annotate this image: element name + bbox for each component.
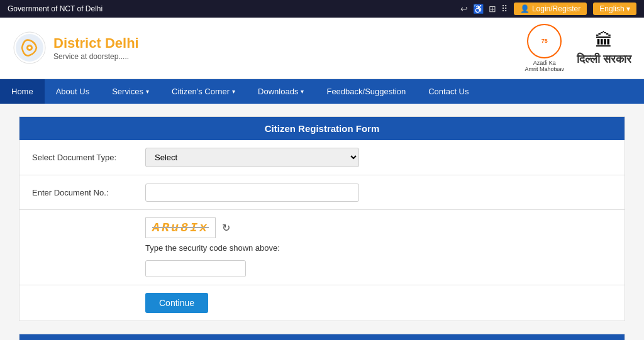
captcha-image: ARu8Ix xyxy=(145,217,216,238)
nav-services[interactable]: Services ▾ xyxy=(101,79,160,104)
user-icon: 👤 xyxy=(520,4,530,13)
registration-form-card: Citizen Registration Form Select Documen… xyxy=(19,116,625,321)
logo-title: District Delhi xyxy=(53,35,139,52)
services-arrow: ▾ xyxy=(146,88,149,95)
captcha-image-row: ARu8Ix ↻ xyxy=(145,217,359,238)
captcha-area: ARu8Ix ↻ Type the security code shown ab… xyxy=(145,217,359,277)
nav-about-us[interactable]: About Us xyxy=(45,79,101,104)
citizens-arrow: ▾ xyxy=(232,88,235,95)
sitemap-icon[interactable]: ⊞ xyxy=(489,4,496,14)
nav-home[interactable]: Home xyxy=(0,79,45,104)
guidelines-title: Guidelines for online registration: xyxy=(19,334,625,340)
wheelchair-icon[interactable]: ♿ xyxy=(473,4,484,14)
top-bar-right: ↩ ♿ ⊞ ⠿ 👤 Login/Register English ▾ xyxy=(460,3,636,15)
language-button[interactable]: English ▾ xyxy=(593,3,636,15)
top-bar: Government of NCT of Delhi ↩ ♿ ⊞ ⠿ 👤 Log… xyxy=(0,0,644,18)
doc-type-row: Select Document Type: Select Aadhaar Car… xyxy=(19,140,625,175)
azadi-badge: 75 Azadi KaAmrit Mahotsav xyxy=(525,24,564,72)
grid-icon[interactable]: ⠿ xyxy=(501,4,508,14)
doc-type-label: Select Document Type: xyxy=(32,153,145,162)
captcha-instruction: Type the security code shown above: xyxy=(145,243,359,253)
doc-type-control: Select Aadhaar Card PAN Card Voter ID Pa… xyxy=(145,148,359,167)
captcha-control: ARu8Ix ↻ Type the security code shown ab… xyxy=(145,217,359,277)
continue-button[interactable]: Continue xyxy=(145,293,208,313)
nav-feedback[interactable]: Feedback/Suggestion xyxy=(315,79,417,104)
header-right: 75 Azadi KaAmrit Mahotsav 🏛 दिल्ली सरकार xyxy=(525,24,631,72)
continue-control: Continue xyxy=(145,293,359,313)
doc-type-select[interactable]: Select Aadhaar Card PAN Card Voter ID Pa… xyxy=(145,148,359,167)
accessibility-icon[interactable]: ↩ xyxy=(460,4,468,14)
delhi-sarkar-text: दिल्ली सरकार xyxy=(577,53,631,66)
top-icons: ↩ ♿ ⊞ ⠿ xyxy=(460,4,508,14)
main-content: Citizen Registration Form Select Documen… xyxy=(0,104,644,340)
captcha-row: ARu8Ix ↻ Type the security code shown ab… xyxy=(19,210,625,285)
navbar: Home About Us Services ▾ Citizen's Corne… xyxy=(0,79,644,104)
downloads-arrow: ▾ xyxy=(301,88,304,95)
nav-downloads[interactable]: Downloads ▾ xyxy=(247,79,315,104)
svg-point-3 xyxy=(28,47,31,49)
form-title: Citizen Registration Form xyxy=(19,117,625,140)
doc-no-row: Enter Document No.: xyxy=(19,175,625,210)
header: District Delhi Service at doorstep..... … xyxy=(0,18,644,79)
govt-name: Government of NCT of Delhi xyxy=(8,4,103,13)
nav-contact-us[interactable]: Contact Us xyxy=(417,79,480,104)
govt-emblem: 🏛 दिल्ली सरकार xyxy=(577,30,631,66)
continue-row: Continue xyxy=(19,285,625,321)
ashoka-emblem: 🏛 xyxy=(595,30,613,51)
doc-no-label: Enter Document No.: xyxy=(32,188,145,197)
doc-no-control xyxy=(145,184,359,202)
logo-text: District Delhi Service at doorstep..... xyxy=(53,35,139,61)
nav-citizens-corner[interactable]: Citizen's Corner ▾ xyxy=(160,79,247,104)
logo-subtitle: Service at doorstep..... xyxy=(53,52,139,61)
logo-area: District Delhi Service at doorstep..... xyxy=(13,31,139,65)
login-register-button[interactable]: 👤 Login/Register xyxy=(514,3,587,15)
logo-icon xyxy=(13,31,47,65)
captcha-input[interactable] xyxy=(145,260,246,277)
refresh-captcha-icon[interactable]: ↻ xyxy=(222,222,230,234)
doc-no-input[interactable] xyxy=(145,184,359,202)
guidelines-card: Guidelines for online registration: ⬤ A … xyxy=(19,334,625,340)
azadi-circle: 75 xyxy=(527,24,562,58)
